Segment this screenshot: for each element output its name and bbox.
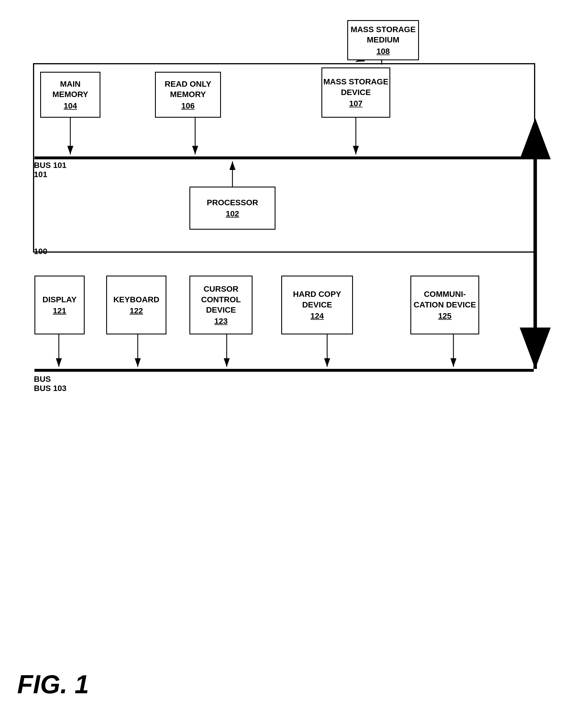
read-only-memory-label: READ ONLY MEMORY <box>156 79 220 100</box>
bus-101-label: BUS 101 101 <box>34 161 67 179</box>
main-memory-box: MAIN MEMORY 104 <box>40 72 101 118</box>
hard-copy-number: 124 <box>311 311 324 321</box>
read-only-memory-box: READ ONLY MEMORY 106 <box>155 72 221 118</box>
hard-copy-box: HARD COPY DEVICE 124 <box>281 276 353 334</box>
mass-storage-medium-label: MASS STORAGE MEDIUM <box>348 24 418 45</box>
cursor-control-label: CURSOR CONTROL DEVICE <box>190 284 252 315</box>
communication-box: COMMUNI-CATION DEVICE 125 <box>411 276 479 334</box>
bus-103-label: BUS BUS 103 <box>34 375 67 393</box>
keyboard-number: 122 <box>130 306 143 316</box>
mass-storage-medium-box: MASS STORAGE MEDIUM 108 <box>347 20 419 60</box>
mass-storage-medium-number: 108 <box>377 46 390 56</box>
cursor-control-number: 123 <box>214 316 228 326</box>
system-label-100: 100 <box>34 247 47 256</box>
keyboard-box: KEYBOARD 122 <box>106 276 166 334</box>
display-number: 121 <box>53 306 66 316</box>
main-memory-label: MAIN MEMORY <box>41 79 100 100</box>
processor-number: 102 <box>226 209 239 219</box>
display-label: DISPLAY <box>42 294 77 305</box>
processor-box: PROCESSOR 102 <box>189 187 275 230</box>
processor-label: PROCESSOR <box>207 197 258 208</box>
display-box: DISPLAY 121 <box>35 276 85 334</box>
communication-number: 125 <box>438 311 452 321</box>
mass-storage-device-box: MASS STORAGE DEVICE 107 <box>321 67 390 118</box>
figure-label: FIG. 1 <box>17 670 89 699</box>
system-box-100 <box>33 63 535 253</box>
keyboard-label: KEYBOARD <box>113 294 159 305</box>
hard-copy-label: HARD COPY DEVICE <box>282 289 352 310</box>
mass-storage-device-number: 107 <box>349 99 363 108</box>
read-only-memory-number: 106 <box>181 101 195 111</box>
diagram: MASS STORAGE MEDIUM 108 100 MAIN MEMORY … <box>17 12 563 557</box>
main-memory-number: 104 <box>64 101 77 111</box>
mass-storage-device-label: MASS STORAGE DEVICE <box>322 77 390 98</box>
cursor-control-box: CURSOR CONTROL DEVICE 123 <box>189 276 253 334</box>
communication-label: COMMUNI-CATION DEVICE <box>411 289 478 310</box>
